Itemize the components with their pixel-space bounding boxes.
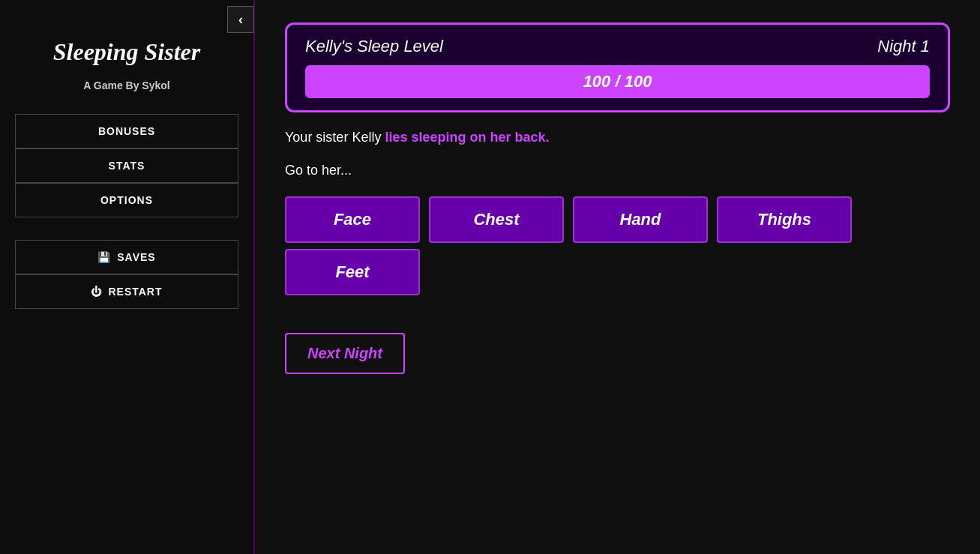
save-icon: 💾 (97, 251, 111, 263)
bonuses-button[interactable]: BONUSES (15, 114, 238, 148)
action-menu: 💾 SAVES ⏻ RESTART (0, 240, 253, 309)
choices-grid: Face Chest Hand Thighs Feet (285, 196, 950, 295)
choice-hand-button[interactable]: Hand (573, 196, 708, 243)
choice-chest-button[interactable]: Chest (429, 196, 564, 243)
sleep-level-header: Kelly's Sleep Level Night 1 (305, 37, 930, 56)
sidebar: ‹ Sleeping Sister A Game By Sykol BONUSE… (0, 0, 255, 554)
night-label: Night 1 (877, 37, 930, 56)
choice-feet-button[interactable]: Feet (285, 249, 420, 295)
sleep-level-label: Kelly's Sleep Level (305, 37, 443, 56)
choices-row-1: Face Chest Hand Thighs (285, 196, 950, 243)
choice-face-button[interactable]: Face (285, 196, 420, 243)
sleep-level-box: Kelly's Sleep Level Night 1 100 / 100 (285, 22, 950, 112)
sleep-bar-text: 100 / 100 (583, 72, 652, 91)
stats-button[interactable]: STATS (15, 148, 238, 183)
description-text: Your sister Kelly lies sleeping on her b… (285, 127, 950, 148)
choice-thighs-button[interactable]: Thighs (717, 196, 852, 243)
restart-icon: ⏻ (91, 286, 102, 298)
choices-row-2: Feet (285, 249, 950, 295)
sleep-bar-inner: 100 / 100 (305, 65, 930, 98)
description-part1: Your sister Kelly (285, 130, 385, 145)
app-title: Sleeping Sister (53, 37, 200, 66)
sleep-bar-outer: 100 / 100 (305, 65, 930, 98)
restart-button[interactable]: ⏻ RESTART (15, 274, 238, 309)
next-night-button[interactable]: Next Night (285, 333, 405, 374)
nav-menu: BONUSES STATS OPTIONS (0, 114, 253, 217)
main-content: Kelly's Sleep Level Night 1 100 / 100 Yo… (255, 0, 980, 554)
chevron-left-icon: ‹ (238, 12, 243, 28)
options-button[interactable]: OPTIONS (15, 183, 238, 217)
goto-label: Go to her... (285, 163, 950, 178)
collapse-button[interactable]: ‹ (227, 6, 254, 33)
app-subtitle: A Game By Sykol (83, 79, 169, 91)
description-highlight: lies sleeping on her back. (385, 130, 549, 145)
saves-button[interactable]: 💾 SAVES (15, 240, 238, 274)
